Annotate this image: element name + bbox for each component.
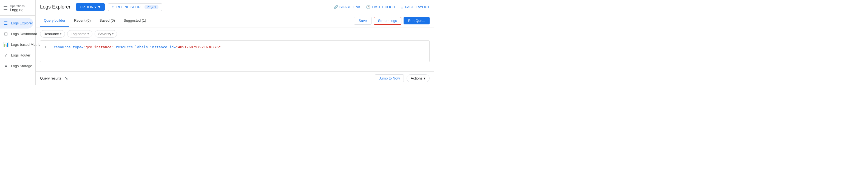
refine-scope-label: REFINE SCOPE xyxy=(116,5,143,9)
severity-label: Severity xyxy=(98,32,111,36)
sidebar-item-label: Logs Router xyxy=(11,53,30,57)
project-badge: Project xyxy=(145,5,158,9)
tab-saved[interactable]: Saved (0) xyxy=(96,15,119,27)
code-value-gce-instance: "gce_instance" xyxy=(84,45,114,49)
line-number: 1 xyxy=(40,43,50,60)
page-title: Logs Explorer xyxy=(40,4,70,10)
log-name-label: Log name xyxy=(71,32,87,36)
sidebar-header: ☰ Operations Logging xyxy=(0,2,35,16)
list-icon: ☰ xyxy=(3,21,8,26)
results-right: Jump to Now Actions ▾ xyxy=(375,74,430,82)
chevron-down-icon: ▾ xyxy=(424,76,426,80)
sidebar-item-logs-metrics[interactable]: 📊 Logs-based Metrics xyxy=(0,39,33,50)
link-icon: 🔗 xyxy=(334,5,338,9)
storage-icon: ≡ xyxy=(3,63,8,68)
chevron-down-icon: ▾ xyxy=(112,32,114,35)
share-link-button[interactable]: 🔗 SHARE LINK xyxy=(334,5,361,9)
sidebar-item-logs-dashboard[interactable]: ⊞ Logs Dashboard xyxy=(0,29,33,39)
query-results-label: Query results xyxy=(40,76,61,80)
chevron-down-icon: ▼ xyxy=(98,5,101,9)
filter-bar: Resource ▾ Log name ▾ Severity ▾ xyxy=(36,27,434,40)
severity-filter[interactable]: Severity ▾ xyxy=(95,30,117,37)
code-editor[interactable]: 1 resource.type="gce_instance" resource.… xyxy=(40,40,430,62)
last-hour-button[interactable]: 🕐 LAST 1 HOUR xyxy=(366,5,395,9)
tabs-bar: Query builder Recent (0) Saved (0) Sugge… xyxy=(36,14,434,27)
stream-logs-button[interactable]: Stream logs xyxy=(374,17,401,25)
sidebar: ☰ Operations Logging ☰ Logs Explorer ⊞ L… xyxy=(0,0,36,85)
sidebar-item-logs-router[interactable]: ⤢ Logs Router xyxy=(0,50,33,61)
results-bar: Query results ⤡ Jump to Now Actions ▾ xyxy=(36,71,434,85)
main-content: Logs Explorer OPTIONS ▼ ⊙ REFINE SCOPE P… xyxy=(36,0,434,85)
chevron-down-icon: ▾ xyxy=(88,32,89,35)
log-name-filter[interactable]: Log name ▾ xyxy=(67,30,93,37)
router-icon: ⤢ xyxy=(3,53,8,58)
sidebar-item-logs-storage[interactable]: ≡ Logs Storage xyxy=(0,61,33,71)
resource-label: Resource xyxy=(43,32,59,36)
top-bar-right: 🔗 SHARE LINK 🕐 LAST 1 HOUR ⊞ PAGE LAYOUT xyxy=(334,5,430,9)
sidebar-item-logs-explorer[interactable]: ☰ Logs Explorer xyxy=(0,18,33,29)
menu-icon: ☰ xyxy=(3,5,8,11)
page-layout-button[interactable]: ⊞ PAGE LAYOUT xyxy=(401,5,430,9)
code-key-resource-type: resource.type= xyxy=(54,45,84,49)
jump-to-now-button[interactable]: Jump to Now xyxy=(375,74,404,82)
expand-icon[interactable]: ⤡ xyxy=(64,76,68,81)
tab-recent[interactable]: Recent (0) xyxy=(70,15,95,27)
sidebar-item-label: Logs Storage xyxy=(11,64,32,68)
options-button[interactable]: OPTIONS ▼ xyxy=(76,3,105,11)
actions-label: Actions xyxy=(411,76,423,80)
query-section: Query builder Recent (0) Saved (0) Sugge… xyxy=(36,14,434,85)
save-button[interactable]: Save xyxy=(354,17,371,25)
actions-button[interactable]: Actions ▾ xyxy=(407,74,430,82)
top-bar: Logs Explorer OPTIONS ▼ ⊙ REFINE SCOPE P… xyxy=(36,0,434,14)
tab-suggested[interactable]: Suggested (1) xyxy=(120,15,150,27)
code-content[interactable]: resource.type="gce_instance" resource.la… xyxy=(50,43,429,60)
layout-icon: ⊞ xyxy=(401,5,404,9)
logging-label: Logging xyxy=(10,8,25,12)
chevron-down-icon: ▾ xyxy=(60,32,61,35)
sidebar-item-label: Logs Explorer xyxy=(11,21,33,25)
tab-query-builder[interactable]: Query builder xyxy=(40,15,69,27)
sidebar-item-label: Logs Dashboard xyxy=(11,32,37,36)
options-label: OPTIONS xyxy=(80,5,96,9)
scope-icon: ⊙ xyxy=(112,5,115,9)
refine-scope-button[interactable]: ⊙ REFINE SCOPE Project xyxy=(108,3,162,11)
resource-filter[interactable]: Resource ▾ xyxy=(40,30,65,37)
clock-icon: 🕐 xyxy=(366,5,370,9)
code-key-labels: resource.labels.instance_id= xyxy=(116,45,176,49)
ops-label: Operations xyxy=(10,4,25,8)
dashboard-icon: ⊞ xyxy=(3,31,8,36)
run-query-button[interactable]: Run Que... xyxy=(404,17,430,24)
metrics-icon: 📊 xyxy=(3,42,8,47)
code-value-instance-id: "4891268797921636276" xyxy=(176,45,221,49)
tabs-right: Save Stream logs Run Que... xyxy=(354,17,430,25)
